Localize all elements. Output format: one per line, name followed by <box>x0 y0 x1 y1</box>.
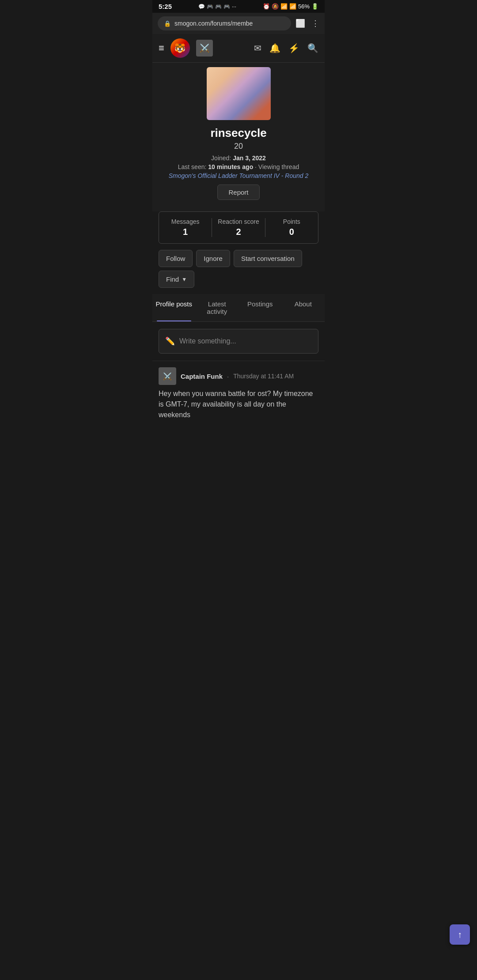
stat-messages: Messages 1 <box>159 218 212 237</box>
nav-icons: ✉ 🔔 ⚡ 🔍 <box>254 43 318 53</box>
points-label: Points <box>265 218 318 225</box>
write-something-box[interactable]: ✏️ Write something... <box>159 329 318 354</box>
chat-icon: 💬 <box>198 4 205 10</box>
tab-profile-posts[interactable]: Profile posts <box>152 294 196 321</box>
discord-icon2: 🎮 <box>215 4 222 10</box>
comment-item: ⚔️ Captain Funk · Thursday at 11:41 AM H… <box>152 361 325 426</box>
nav-avatar-emoji: ⚔️ <box>200 43 209 53</box>
profile-thread-link[interactable]: Smogon's Official Ladder Tournament IV -… <box>152 172 325 179</box>
nav-bar: ≡ 🐯 ⚔️ ✉ 🔔 ⚡ 🔍 <box>152 34 325 63</box>
profile-username: rinsecycle <box>152 126 325 140</box>
bolt-icon[interactable]: ⚡ <box>288 43 299 53</box>
stat-points: Points 0 <box>265 218 318 237</box>
find-label: Find <box>166 275 179 283</box>
battery-icon: 🔋 <box>311 3 318 10</box>
comment-avatar-emoji: ⚔️ <box>163 372 172 381</box>
lock-icon: 🔒 <box>164 20 171 27</box>
last-seen-time: 10 minutes ago <box>208 163 253 170</box>
nav-user-avatar[interactable]: ⚔️ <box>196 40 213 57</box>
browser-bar: 🔒 smogon.com/forums/membe ⬜ ⋮ <box>152 13 325 34</box>
profile-last-seen: Last seen: 10 minutes ago · Viewing thre… <box>152 163 325 170</box>
profile-joined: Joined: Jan 3, 2022 <box>152 155 325 162</box>
stats-box: Messages 1 Reaction score 2 Points 0 <box>159 211 318 244</box>
find-dropdown-icon: ▼ <box>182 276 187 283</box>
profile-avatar <box>207 67 271 120</box>
comment-dot: · <box>227 373 229 380</box>
logo-emoji: 🐯 <box>174 43 186 53</box>
battery-level: 56% <box>298 3 310 10</box>
tab-postings[interactable]: Postings <box>238 294 282 321</box>
profile-section: rinsecycle 20 Joined: Jan 3, 2022 Last s… <box>152 63 325 211</box>
points-value: 0 <box>265 227 318 237</box>
write-placeholder: Write something... <box>179 337 236 345</box>
url-bar[interactable]: 🔒 smogon.com/forums/membe <box>158 16 291 30</box>
discord-icon: 🎮 <box>207 4 213 10</box>
start-conversation-button[interactable]: Start conversation <box>234 250 302 267</box>
comment-time: Thursday at 11:41 AM <box>233 373 294 380</box>
mail-icon[interactable]: ✉ <box>254 43 261 53</box>
comment-username[interactable]: Captain Funk <box>181 373 223 380</box>
more-icon: ··· <box>232 4 236 10</box>
browser-tab-icon[interactable]: ⬜ <box>295 19 305 28</box>
notification-bell-icon[interactable]: 🔔 <box>269 43 280 53</box>
ignore-button[interactable]: Ignore <box>196 250 230 267</box>
profile-avatar-container <box>152 63 325 126</box>
url-text: smogon.com/forums/membe <box>174 20 253 27</box>
status-bar: 5:25 💬 🎮 🎮 🎮 ··· ⏰ 🔕 📶 📶 56% 🔋 <box>152 0 325 13</box>
reaction-score-label: Reaction score <box>212 218 265 225</box>
profile-age: 20 <box>152 142 325 151</box>
alarm-icon: ⏰ <box>263 3 270 10</box>
comment-text: Hey when you wanna battle for ost? My ti… <box>159 388 318 420</box>
browser-menu-icon[interactable]: ⋮ <box>311 19 319 28</box>
status-time: 5:25 <box>159 3 172 10</box>
action-buttons: Follow Ignore Start conversation Find ▼ <box>152 250 325 294</box>
joined-label: Joined: <box>211 155 231 162</box>
tab-about[interactable]: About <box>282 294 325 321</box>
joined-date: Jan 3, 2022 <box>233 155 266 162</box>
profile-avatar-image <box>207 67 271 120</box>
last-seen-action: · Viewing thread <box>255 163 299 170</box>
status-icons: 💬 🎮 🎮 🎮 ··· <box>198 4 236 10</box>
tab-latest-activity[interactable]: Latest activity <box>196 294 239 321</box>
messages-label: Messages <box>159 218 212 225</box>
signal-icon: 📶 <box>289 3 296 10</box>
search-icon[interactable]: 🔍 <box>307 43 318 53</box>
wifi-icon: 📶 <box>280 3 288 10</box>
discord-icon3: 🎮 <box>223 4 230 10</box>
comment-avatar[interactable]: ⚔️ <box>159 367 176 385</box>
find-button[interactable]: Find ▼ <box>159 271 194 288</box>
pencil-icon: ✏️ <box>165 336 175 346</box>
site-logo[interactable]: 🐯 <box>170 38 190 58</box>
last-seen-label: Last seen: <box>178 163 207 170</box>
reaction-score-value: 2 <box>212 227 265 237</box>
report-button[interactable]: Report <box>217 185 259 200</box>
follow-button[interactable]: Follow <box>159 250 193 267</box>
hamburger-menu[interactable]: ≡ <box>159 42 164 54</box>
messages-value: 1 <box>159 227 212 237</box>
stat-reaction-score: Reaction score 2 <box>212 218 265 237</box>
browser-actions: ⬜ ⋮ <box>295 19 319 28</box>
tabs: Profile posts Latest activity Postings A… <box>152 294 325 322</box>
comment-header: ⚔️ Captain Funk · Thursday at 11:41 AM <box>159 367 318 385</box>
status-right: ⏰ 🔕 📶 📶 56% 🔋 <box>263 3 318 10</box>
mute-icon: 🔕 <box>272 3 279 10</box>
